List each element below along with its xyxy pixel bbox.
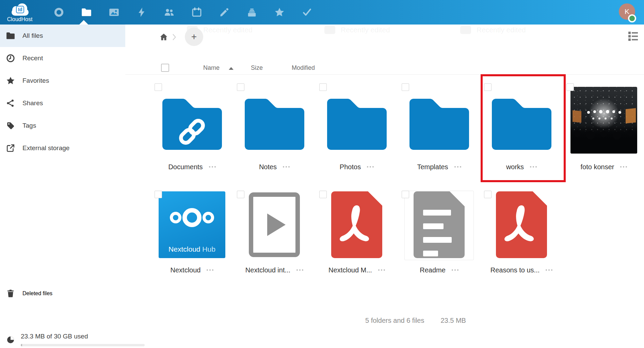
folder-icon xyxy=(398,99,480,150)
file-name: Readme xyxy=(420,266,446,274)
file-checkbox[interactable] xyxy=(402,83,409,91)
calendar-app-icon[interactable] xyxy=(183,0,210,25)
sidebar-item-label: Shares xyxy=(22,99,43,107)
sidebar-item-deleted-files[interactable]: Deleted files xyxy=(0,285,125,302)
file-actions-menu[interactable] xyxy=(530,166,537,168)
file-actions-menu[interactable] xyxy=(296,269,303,271)
file-checkbox[interactable] xyxy=(237,191,244,198)
file-name: Photos xyxy=(340,163,361,171)
text-document-icon xyxy=(398,191,480,258)
sidebar-item-favorites[interactable]: Favorites xyxy=(0,69,125,92)
sidebar-item-label: External storage xyxy=(22,144,69,152)
circles-app-icon[interactable] xyxy=(45,0,73,25)
total-size: 23.5 MB xyxy=(440,317,466,325)
file-count: 5 folders and 6 files xyxy=(365,317,424,325)
file-actions-menu[interactable] xyxy=(546,269,552,271)
file-name: Nextcloud int... xyxy=(245,266,290,274)
directory-summary: 5 folders and 6 files 23.5 MB xyxy=(365,317,466,325)
list-view-toggle-icon[interactable] xyxy=(628,32,638,41)
tasks-app-icon[interactable] xyxy=(293,0,321,25)
file-name: foto konser xyxy=(581,163,614,171)
file-name: Documents xyxy=(168,163,203,171)
file-name: Nextcloud M... xyxy=(328,266,372,274)
file-tile-nextcloud-manual[interactable]: Nextcloud M... xyxy=(316,182,398,281)
file-checkbox[interactable] xyxy=(484,191,492,198)
file-tile-works[interactable]: works xyxy=(480,74,563,182)
file-name: Nextcloud xyxy=(171,266,201,274)
file-name: Reasons to us... xyxy=(490,266,540,274)
column-header-modified[interactable]: Modified xyxy=(292,64,315,72)
sidebar-item-recent[interactable]: Recent xyxy=(0,47,125,69)
file-checkbox[interactable] xyxy=(155,83,162,91)
file-tile-readme[interactable]: Readme xyxy=(398,182,480,281)
folder-icon xyxy=(233,99,316,150)
folder-icon xyxy=(316,99,398,150)
top-header-bar: Id CloudHost xyxy=(0,0,644,25)
file-grid-row-1: Documents Notes Photos Templates xyxy=(151,74,644,182)
deck-app-icon[interactable] xyxy=(238,0,265,25)
file-name: Notes xyxy=(259,163,277,171)
column-header-size[interactable]: Size xyxy=(251,64,263,72)
quota-progress-bar xyxy=(21,344,145,346)
sidebar-item-label: All files xyxy=(22,32,43,39)
file-checkbox[interactable] xyxy=(237,83,244,91)
file-checkbox[interactable] xyxy=(484,83,492,91)
column-header-name[interactable]: Name xyxy=(203,64,220,72)
select-all-checkbox[interactable] xyxy=(161,64,169,72)
sidebar-item-shares[interactable]: Shares xyxy=(0,92,125,114)
quota-disc-icon xyxy=(6,336,15,344)
folder-icon xyxy=(480,99,563,150)
cloud-logo-icon: Id xyxy=(11,3,29,16)
nextcloud-hub-wordmark: Nextcloud Hub xyxy=(159,245,225,253)
breadcrumb-chevron-icon xyxy=(172,34,176,41)
file-actions-menu[interactable] xyxy=(620,166,627,168)
online-status-indicator xyxy=(628,14,636,22)
ghost-recently-edited: Recently edited xyxy=(324,25,390,35)
file-checkbox[interactable] xyxy=(319,191,327,198)
file-actions-menu[interactable] xyxy=(452,269,458,271)
folder-icon xyxy=(6,31,15,40)
file-checkbox[interactable] xyxy=(319,83,327,91)
image-thumbnail xyxy=(563,87,644,154)
file-tile-documents[interactable]: Documents xyxy=(151,74,233,182)
clock-icon xyxy=(6,54,15,63)
app-logo[interactable]: Id CloudHost xyxy=(5,2,35,23)
pdf-file-icon xyxy=(316,191,398,258)
quota-label: 23.3 MB of 30 GB used xyxy=(21,333,88,340)
file-tile-photos[interactable]: Photos xyxy=(316,74,398,182)
notes-app-icon[interactable] xyxy=(210,0,238,25)
sidebar-item-all-files[interactable]: All files xyxy=(0,25,125,47)
app-window: Id CloudHost xyxy=(0,0,644,348)
sidebar-item-tags[interactable]: Tags xyxy=(0,114,125,137)
file-actions-menu[interactable] xyxy=(454,166,461,168)
activity-app-icon[interactable] xyxy=(128,0,155,25)
sidebar-item-label: Favorites xyxy=(22,77,49,84)
active-tab-indicator xyxy=(79,20,88,25)
file-tile-notes[interactable]: Notes xyxy=(233,74,316,182)
shared-folder-icon xyxy=(151,99,233,150)
new-file-button[interactable]: + xyxy=(185,28,203,46)
sidebar-item-external-storage[interactable]: External storage xyxy=(0,137,125,159)
photos-app-icon[interactable] xyxy=(100,0,128,25)
file-tile-nextcloud[interactable]: Nextcloud Hub Nextcloud xyxy=(151,182,233,281)
nextcloud-image-thumbnail: Nextcloud Hub xyxy=(151,191,233,258)
file-checkbox[interactable] xyxy=(566,83,574,91)
home-breadcrumb-icon[interactable] xyxy=(159,33,168,42)
sort-ascending-icon[interactable] xyxy=(229,67,234,70)
file-checkbox[interactable] xyxy=(402,191,409,198)
file-name: works xyxy=(506,163,524,171)
logo-badge: Id xyxy=(16,6,24,13)
file-actions-menu[interactable] xyxy=(209,166,216,168)
file-tile-templates[interactable]: Templates xyxy=(398,74,480,182)
file-tile-foto-konser[interactable]: foto konser xyxy=(563,74,644,182)
file-actions-menu[interactable] xyxy=(378,269,385,271)
favorites-app-icon[interactable] xyxy=(265,0,293,25)
sidebar-item-label: Recent xyxy=(22,54,43,62)
file-actions-menu[interactable] xyxy=(283,166,290,168)
file-actions-menu[interactable] xyxy=(207,269,213,271)
file-checkbox[interactable] xyxy=(155,191,162,198)
contacts-app-icon[interactable] xyxy=(155,0,183,25)
file-tile-nextcloud-intro[interactable]: Nextcloud int... xyxy=(233,182,316,281)
file-actions-menu[interactable] xyxy=(367,166,374,168)
file-tile-reasons[interactable]: Reasons to us... xyxy=(480,182,563,281)
